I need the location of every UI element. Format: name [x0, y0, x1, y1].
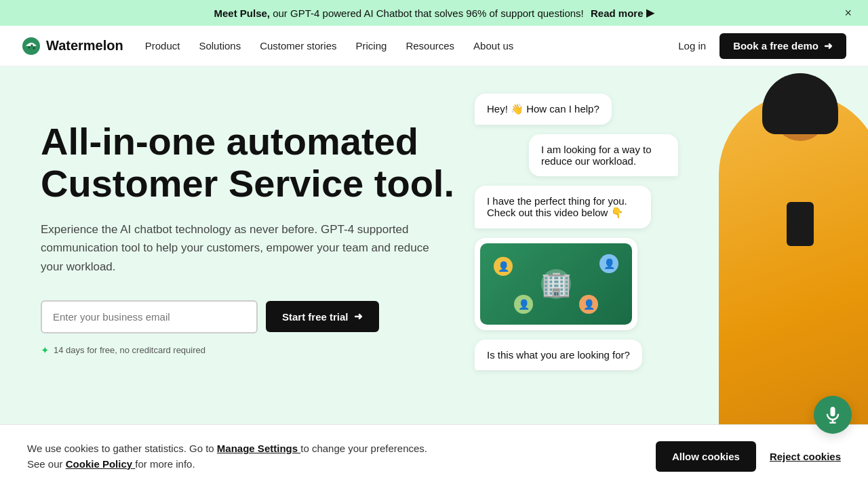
cookie-banner: We use cookies to gather statistics. Go … — [0, 424, 868, 488]
person-hair — [762, 73, 838, 134]
cookie-text-pre: We use cookies to gather statistics. Go … — [27, 443, 214, 454]
nav-about-us[interactable]: About us — [473, 40, 513, 52]
demo-btn-label: Book a free demo — [733, 40, 818, 52]
cookie-buttons: Allow cookies Reject cookies — [656, 441, 841, 472]
reject-cookies-button[interactable]: Reject cookies — [770, 451, 841, 462]
close-icon: × — [844, 6, 852, 20]
cookie-policy-link[interactable]: Cookie Policy — [66, 458, 136, 470]
person-dot-4: 👤 — [579, 295, 598, 314]
hero-title-line2: Customer Service tool. — [41, 162, 454, 205]
cta-row: Start free trial ➜ — [41, 300, 488, 333]
chat-bubble-3: I have the perfect thing for you. Check … — [475, 186, 651, 228]
phone-prop — [787, 202, 814, 246]
trial-btn-label: Start free trial — [282, 311, 349, 323]
logo-link[interactable]: Watermelon — [22, 37, 123, 56]
cookie-policy-label: Cookie Policy — [66, 458, 132, 470]
chat-container: Hey! 👋 How can I help? I am looking for … — [475, 94, 678, 370]
close-announcement-button[interactable]: × — [844, 6, 852, 20]
navbar: Watermelon Product Solutions Customer st… — [0, 26, 868, 66]
announcement-bold: Meet Pulse, — [214, 7, 270, 19]
cookie-text: We use cookies to gather statistics. Go … — [27, 441, 448, 472]
manage-settings-label: Manage Settings — [217, 443, 298, 454]
person-body — [719, 94, 868, 446]
nav-resources[interactable]: Resources — [406, 40, 454, 52]
manage-settings-link[interactable]: Manage Settings — [217, 443, 300, 454]
arrow-icon: ➜ — [354, 310, 363, 323]
nav-solutions[interactable]: Solutions — [199, 40, 241, 52]
chat-bubble-1: Hey! 👋 How can I help? — [475, 94, 612, 125]
nav-pricing[interactable]: Pricing — [356, 40, 387, 52]
read-more-label: Read more — [591, 7, 644, 19]
svg-point-3 — [33, 47, 35, 49]
microphone-icon — [823, 405, 842, 424]
pulse-mic-button[interactable] — [814, 396, 852, 434]
svg-rect-4 — [831, 407, 835, 416]
cookie-text-post: for more info. — [135, 458, 195, 470]
free-trial-note: ✦ 14 days for free, no creditcard requir… — [41, 344, 488, 357]
hero-section: All-in-one automated Customer Service to… — [0, 66, 868, 446]
login-link[interactable]: Log in — [678, 40, 706, 52]
email-input[interactable] — [41, 300, 258, 333]
free-trial-text: 14 days for free, no creditcard required — [54, 345, 205, 355]
chat-bubble-2: I am looking for a way to reduce our wor… — [529, 134, 678, 176]
person-dot-2: 👤 — [514, 295, 533, 314]
video-placeholder[interactable]: 👤 👤 👤 👤 🏢 ▶ — [480, 243, 632, 325]
check-icon: ✦ — [41, 344, 50, 357]
hero-left: All-in-one automated Customer Service to… — [41, 107, 488, 357]
arrow-icon: ▶ — [646, 7, 654, 19]
svg-point-2 — [31, 44, 33, 46]
hero-chat-mockup: Hey! 👋 How can I help? I am looking for … — [461, 66, 868, 446]
hero-subtitle: Experience the AI chatbot technology as … — [41, 220, 434, 276]
nav-product[interactable]: Product — [145, 40, 180, 52]
hero-illustration — [705, 66, 868, 446]
book-demo-button[interactable]: Book a free demo ➜ — [719, 33, 846, 59]
nav-links: Product Solutions Customer stories Prici… — [145, 40, 679, 52]
logo-text: Watermelon — [46, 38, 123, 54]
start-trial-button[interactable]: Start free trial ➜ — [266, 301, 379, 332]
svg-point-1 — [28, 46, 31, 48]
announcement-bar: Meet Pulse, our GPT-4 powered AI Chatbot… — [0, 0, 868, 26]
hero-title: All-in-one automated Customer Service to… — [41, 121, 488, 204]
read-more-link[interactable]: Read more ▶ — [591, 7, 654, 19]
building-icon: 🏢 — [541, 270, 572, 298]
announcement-text: Meet Pulse, our GPT-4 powered AI Chatbot… — [214, 7, 654, 19]
chat-video-bubble: 👤 👤 👤 👤 🏢 ▶ — [475, 238, 637, 330]
nav-right: Log in Book a free demo ➜ — [678, 33, 846, 59]
arrow-right-icon: ➜ — [824, 40, 833, 52]
watermelon-logo-icon — [22, 37, 41, 56]
person-dot-1: 👤 — [494, 257, 513, 276]
allow-cookies-button[interactable]: Allow cookies — [656, 441, 756, 472]
nav-customer-stories[interactable]: Customer stories — [260, 40, 336, 52]
announcement-body: our GPT-4 powered AI Chatbot that solves… — [273, 7, 584, 19]
chat-bubble-4: Is this what you are looking for? — [475, 340, 642, 370]
hero-title-line1: All-in-one automated — [41, 120, 418, 163]
person-dot-3: 👤 — [599, 254, 618, 273]
